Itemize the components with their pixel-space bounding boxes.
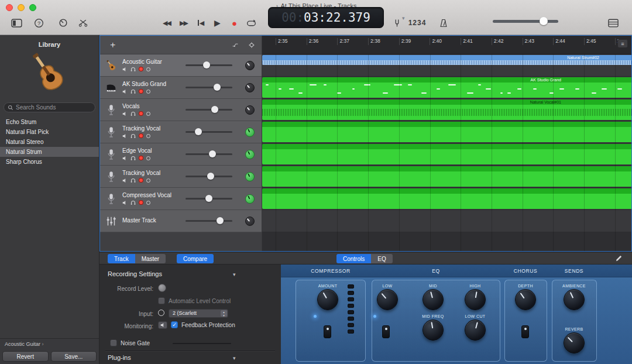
track-pan-knob[interactable] — [245, 83, 255, 92]
track-header[interactable]: Acoustic Guitar — [100, 54, 262, 77]
volume-thumb[interactable] — [205, 195, 212, 202]
tab-controls[interactable]: Controls — [336, 254, 371, 263]
metronome-button[interactable] — [434, 15, 453, 30]
chorus-switch[interactable] — [521, 325, 529, 338]
compressor-switch[interactable] — [324, 325, 331, 338]
solo-icon[interactable] — [130, 178, 136, 183]
timeline-lane[interactable] — [262, 166, 631, 188]
library-breadcrumb[interactable]: Acoustic Guitar › — [0, 339, 99, 347]
solo-icon[interactable] — [130, 111, 136, 116]
solo-icon[interactable] — [130, 156, 136, 161]
tab-eq[interactable]: EQ — [371, 254, 392, 263]
record-enable-icon[interactable] — [139, 89, 143, 94]
track-header[interactable]: Master Track — [100, 210, 262, 232]
edit-smart-controls-button[interactable] — [613, 255, 624, 263]
record-enable-icon[interactable] — [139, 67, 143, 71]
automation-button[interactable] — [229, 40, 242, 50]
master-volume-slider[interactable] — [493, 20, 558, 23]
add-track-button[interactable]: ＋ — [105, 38, 116, 51]
input-monitor-icon[interactable] — [146, 156, 150, 160]
track-header[interactable]: Compressed Vocal — [100, 188, 262, 210]
feedback-protection-checkbox[interactable] — [171, 321, 178, 328]
rewind-button[interactable]: ◀◀ — [158, 16, 175, 30]
track-pan-knob[interactable] — [245, 128, 255, 137]
mid-knob[interactable] — [423, 289, 444, 310]
record-enable-icon[interactable] — [139, 156, 143, 160]
low-cut-knob[interactable] — [465, 320, 486, 341]
audio-region[interactable]: Natural Vocal#01 — [262, 99, 631, 120]
volume-thumb[interactable] — [214, 84, 221, 91]
volume-thumb[interactable] — [540, 17, 548, 25]
audio-region[interactable]: Natural Strum#02 — [262, 55, 631, 65]
mute-icon[interactable] — [122, 200, 128, 205]
count-in-button[interactable]: 1234 — [404, 15, 431, 30]
track-volume-slider[interactable] — [186, 153, 232, 155]
audio-region[interactable]: AK Studio Grand — [262, 77, 631, 98]
track-pan-knob[interactable] — [245, 150, 255, 159]
chevron-down-icon[interactable]: ▾ — [233, 355, 236, 361]
stepper-icon[interactable]: ▴▾ — [221, 310, 227, 317]
solo-icon[interactable] — [130, 200, 136, 205]
ambience-knob[interactable] — [564, 289, 585, 310]
input-monitor-icon[interactable] — [146, 134, 150, 138]
track-volume-slider[interactable] — [186, 109, 232, 111]
reverb-knob[interactable] — [564, 332, 585, 353]
library-toggle-button[interactable] — [7, 15, 26, 30]
compare-button[interactable]: Compare — [177, 254, 214, 263]
record-button[interactable]: ● — [226, 16, 243, 30]
mute-icon[interactable] — [122, 67, 128, 72]
audio-region[interactable] — [262, 144, 631, 164]
quick-help-button[interactable]: ? — [29, 15, 48, 30]
recording-settings-header[interactable]: Recording Settings — [108, 270, 162, 277]
track-pan-knob[interactable] — [245, 217, 255, 226]
volume-thumb[interactable] — [203, 61, 210, 68]
timeline-lane[interactable]: Natural Strum#02 — [262, 54, 631, 77]
track-pan-knob[interactable] — [245, 172, 255, 181]
track-header[interactable]: Edge Vocal — [100, 143, 262, 166]
library-item[interactable]: Natural Strum — [0, 147, 99, 157]
input-monitor-icon[interactable] — [146, 178, 150, 183]
track-header[interactable]: Tracking Vocal — [100, 121, 262, 143]
track-header[interactable]: AK Studio Grand — [100, 77, 262, 99]
timeline-lane[interactable] — [262, 121, 631, 143]
volume-thumb[interactable] — [209, 150, 216, 157]
timeline-lane[interactable]: AK Studio Grand — [262, 77, 631, 99]
record-enable-icon[interactable] — [139, 111, 143, 116]
cycle-button[interactable] — [243, 16, 260, 30]
mute-icon[interactable] — [122, 133, 128, 139]
amount-knob[interactable] — [317, 289, 338, 310]
high-knob[interactable] — [465, 289, 486, 310]
auto-level-checkbox[interactable] — [158, 297, 165, 304]
timeline-area[interactable]: Natural Strum#02AK Studio GrandNatural V… — [262, 54, 631, 251]
audio-region[interactable] — [262, 166, 631, 187]
search-input[interactable]: Search Sounds — [4, 102, 95, 112]
volume-thumb[interactable] — [195, 128, 202, 135]
solo-icon[interactable] — [130, 67, 136, 72]
timeline-lane[interactable]: Natural Vocal#01 — [262, 99, 631, 121]
depth-knob[interactable] — [515, 289, 536, 310]
record-level-knob[interactable] — [158, 284, 166, 292]
input-monitor-icon[interactable] — [146, 90, 150, 94]
track-pan-knob[interactable] — [245, 194, 255, 204]
fast-forward-button[interactable]: ▶▶ — [175, 16, 192, 30]
track-volume-slider[interactable] — [186, 198, 232, 200]
timeline-lane[interactable] — [262, 210, 631, 232]
input-monitor-icon[interactable] — [146, 201, 150, 205]
library-item[interactable]: Natural Stereo — [0, 137, 99, 147]
timeline-lane[interactable] — [262, 188, 631, 210]
track-volume-slider[interactable] — [186, 87, 232, 88]
track-volume-slider[interactable] — [186, 220, 232, 222]
note-pad-button[interactable] — [604, 15, 623, 30]
volume-thumb[interactable] — [207, 173, 214, 180]
library-item[interactable]: Natural Flat Pick — [0, 127, 99, 137]
library-item[interactable]: Sharp Chorus — [0, 157, 99, 167]
noise-gate-checkbox[interactable] — [110, 339, 117, 346]
audio-region[interactable] — [262, 122, 631, 142]
track-pan-knob[interactable] — [245, 105, 255, 115]
input-monitor-icon[interactable] — [146, 112, 150, 116]
audio-region[interactable] — [262, 188, 631, 209]
low-knob[interactable] — [377, 289, 398, 310]
input-source-popup[interactable]: 2 (Scarlett ▴▾ — [169, 309, 228, 318]
timeline-ruler[interactable]: 2:352:362:372:382:392:402:412:422:432:44… — [262, 36, 631, 54]
mute-icon[interactable] — [122, 178, 128, 183]
